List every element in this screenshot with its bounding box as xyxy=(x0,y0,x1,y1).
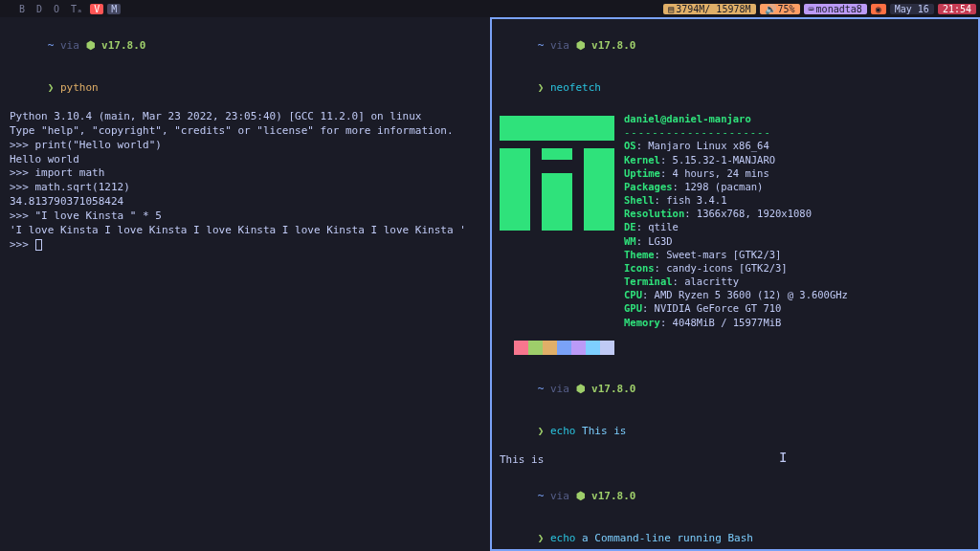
repl-line: >>> print("Hello world") xyxy=(10,139,480,153)
color-swatch xyxy=(600,341,614,355)
memory-widget: ▤ 3794M/ 15978M xyxy=(663,4,755,14)
shell-command-line: ❯ echo a Command-line running Bash xyxy=(500,518,970,551)
neofetch-user-host: daniel@daniel-manjaro xyxy=(624,113,751,124)
neofetch-value: : 1366x768, 1920x1080 xyxy=(684,208,812,219)
neofetch-row: Icons: candy-icons [GTK2/3] xyxy=(624,261,848,275)
neofetch-row: Uptime: 4 hours, 24 mins xyxy=(624,166,848,180)
python-banner: Python 3.10.4 (main, Mar 23 2022, 23:05:… xyxy=(10,110,480,124)
neofetch-row: Shell: fish 3.4.1 xyxy=(624,193,848,207)
shell-prompt: ~ via ⬢ v17.8.0 xyxy=(10,25,480,68)
neofetch-key: Packages xyxy=(624,181,673,192)
keyboard-icon: ⌨ xyxy=(809,4,814,14)
repl-line: >>> "I love Kinsta " * 5 xyxy=(10,209,480,224)
neofetch-row: Packages: 1298 (pacman) xyxy=(624,180,848,193)
neofetch-key: GPU xyxy=(624,302,642,314)
command-text: neofetch xyxy=(550,81,601,94)
top-bar: B D O Tₐ V M ▤ 3794M/ 15978M 🔊 75% ⌨ mon… xyxy=(0,0,980,17)
neofetch-key: Uptime xyxy=(624,167,660,179)
neofetch-value: : fish 3.4.1 xyxy=(655,194,727,206)
terminal-right[interactable]: ~ via ⬢ v17.8.0 ❯ neofetch daniel@daniel… xyxy=(490,17,980,551)
color-swatch xyxy=(586,341,600,355)
neofetch-key: OS xyxy=(624,140,636,151)
neofetch-value: : alacritty xyxy=(673,276,740,287)
volume-widget[interactable]: 🔊 75% xyxy=(760,4,800,14)
neofetch-key: Terminal xyxy=(624,276,673,287)
neofetch-value: : 1298 (pacman) xyxy=(673,181,764,192)
prompt-arrow-icon: ❯ xyxy=(538,425,550,437)
neofetch-key: Memory xyxy=(624,317,660,328)
neofetch-row: WM: LG3D xyxy=(624,234,848,248)
neofetch-key: Theme xyxy=(624,249,655,260)
neofetch-key: DE xyxy=(624,221,636,232)
neofetch-value: : qtile xyxy=(636,221,679,232)
neofetch-value: : LG3D xyxy=(636,235,673,247)
neofetch-value: : candy-icons [GTK2/3] xyxy=(655,262,788,274)
system-tray: ▤ 3794M/ 15978M 🔊 75% ⌨ monadta8 ◉ May 1… xyxy=(663,4,976,14)
neofetch-value: : Manjaro Linux x86_64 xyxy=(636,140,769,151)
ws-item-active[interactable]: V xyxy=(90,4,103,14)
neofetch-separator: --------------------- xyxy=(624,126,771,138)
prompt-node-version: ⬢ v17.8.0 xyxy=(576,383,636,395)
prompt-node-version: ⬢ v17.8.0 xyxy=(576,39,636,52)
neofetch-value: : NVIDIA GeForce GT 710 xyxy=(642,302,781,314)
neofetch-key: Resolution xyxy=(624,208,684,219)
neofetch-value: : Sweet-mars [GTK2/3] xyxy=(655,249,782,260)
command-text: echo xyxy=(550,425,576,437)
keyboard-widget: ⌨ monadta8 xyxy=(804,4,867,14)
speaker-icon: 🔊 xyxy=(765,4,776,14)
prompt-via: via xyxy=(54,39,85,52)
shell-command-line: ❯ python xyxy=(10,68,480,111)
neofetch-key: Kernel xyxy=(624,154,660,165)
neofetch-info: daniel@daniel-manjaro ------------------… xyxy=(624,112,848,329)
command-arg: This is xyxy=(576,425,627,437)
repl-prompt-line[interactable]: >>> xyxy=(10,238,480,253)
command-text: python xyxy=(60,81,99,94)
memory-value: 3794M/ 15978M xyxy=(676,4,750,14)
ubuntu-icon[interactable]: ◉ xyxy=(871,4,886,14)
desktop: ~ via ⬢ v17.8.0 ❯ python Python 3.10.4 (… xyxy=(0,17,980,551)
neofetch-row: Resolution: 1366x768, 1920x1080 xyxy=(624,207,848,220)
neofetch-row: CPU: AMD Ryzen 5 3600 (12) @ 3.600GHz xyxy=(624,288,848,301)
neofetch-value: : 4 hours, 24 mins xyxy=(660,167,769,179)
color-swatch xyxy=(528,341,543,355)
neofetch-key: CPU xyxy=(624,289,642,300)
repl-output: Hello world xyxy=(10,153,480,167)
neofetch-row: Kernel: 5.15.32-1-MANJARO xyxy=(624,153,848,166)
color-swatches xyxy=(500,341,970,355)
ws-item[interactable]: B xyxy=(15,4,29,14)
neofetch-key: Icons xyxy=(624,262,655,274)
prompt-via: via xyxy=(544,490,575,502)
neofetch-value: : AMD Ryzen 5 3600 (12) @ 3.600GHz xyxy=(642,289,848,300)
ws-item[interactable]: Tₐ xyxy=(67,4,86,14)
workspace-list: B D O Tₐ V M xyxy=(4,4,167,14)
repl-line: >>> math.sqrt(1212) xyxy=(10,181,480,195)
date-widget: May 16 xyxy=(890,4,934,14)
ws-item[interactable]: D xyxy=(33,4,46,14)
neofetch-row: DE: qtile xyxy=(624,220,848,233)
color-swatch xyxy=(557,341,571,355)
neofetch-row: Terminal: alacritty xyxy=(624,275,848,288)
terminal-left[interactable]: ~ via ⬢ v17.8.0 ❯ python Python 3.10.4 (… xyxy=(0,17,490,551)
ws-item[interactable]: O xyxy=(50,4,63,14)
color-swatch xyxy=(514,341,528,355)
keyboard-value: monadta8 xyxy=(816,4,862,14)
color-swatch xyxy=(500,341,514,355)
repl-output: 34.813790371058424 xyxy=(10,195,480,209)
repl-line: >>> import math xyxy=(10,166,480,181)
chip-icon: ▤ xyxy=(668,4,674,14)
neofetch-row: Theme: Sweet-mars [GTK2/3] xyxy=(624,248,848,261)
manjaro-logo-icon xyxy=(500,116,614,231)
command-text: echo xyxy=(550,532,576,544)
prompt-arrow-icon: ❯ xyxy=(48,81,60,94)
prompt-via: via xyxy=(544,39,575,52)
color-swatch xyxy=(543,341,557,355)
neofetch-row: Memory: 4048MiB / 15977MiB xyxy=(624,316,848,329)
cursor-icon xyxy=(35,239,42,251)
ws-item[interactable]: M xyxy=(107,4,121,14)
prompt-node-version: ⬢ v17.8.0 xyxy=(576,490,636,502)
volume-value: 75% xyxy=(778,4,795,14)
prompt-via: via xyxy=(544,383,575,395)
time-widget: 21:54 xyxy=(938,4,976,14)
shell-command-line: ❯ neofetch xyxy=(500,68,970,111)
shell-prompt: ~ via ⬢ v17.8.0 xyxy=(500,25,970,68)
